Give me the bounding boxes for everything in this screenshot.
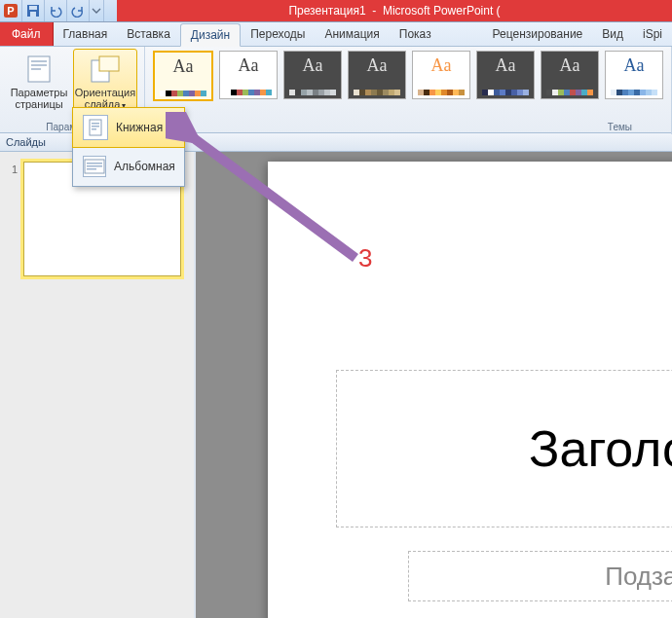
page-setup-icon: [23, 54, 55, 85]
title-placeholder[interactable]: Заголо: [336, 370, 672, 527]
quick-access-toolbar: P Презентация1 - Microsoft PowerPoint (: [0, 0, 672, 22]
tab-вставка[interactable]: Вставка: [117, 23, 180, 45]
svg-text:P: P: [7, 5, 14, 17]
theme-item-6[interactable]: Aa: [541, 51, 599, 99]
svg-rect-3: [29, 6, 37, 10]
theme-swatches: [418, 90, 465, 95]
product-name: Microsoft PowerPoint (: [383, 4, 501, 18]
thumbnail-pane[interactable]: 1: [0, 152, 196, 618]
svg-rect-17: [87, 165, 102, 167]
ribbon-tabs: Файл ГлавнаяВставкаДизайнПереходыАнимаци…: [0, 22, 672, 47]
page-setup-label-2: страницы: [15, 98, 62, 110]
slide-orientation-icon: [90, 54, 121, 85]
svg-rect-7: [31, 64, 47, 66]
theme-glyph: Aa: [239, 55, 259, 76]
titlebar: Презентация1 - Microsoft PowerPoint (: [117, 0, 672, 21]
qat-customize-icon[interactable]: [90, 0, 104, 21]
theme-item-2[interactable]: Aa: [283, 51, 342, 99]
page-setup-label-1: Параметры: [11, 87, 68, 98]
theme-swatches: [354, 90, 400, 95]
portrait-icon: [83, 115, 108, 140]
theme-item-3[interactable]: Aa: [348, 51, 406, 99]
theme-swatches: [611, 90, 657, 95]
theme-glyph: Aa: [431, 55, 452, 76]
theme-item-5[interactable]: Aa: [476, 51, 535, 99]
svg-rect-13: [92, 126, 99, 127]
svg-rect-8: [31, 68, 41, 70]
theme-glyph: Aa: [173, 56, 194, 77]
slide-edit-pane[interactable]: Заголо Подзаг: [196, 152, 672, 618]
orientation-portrait-item[interactable]: Книжная: [72, 107, 185, 148]
tab-анимация[interactable]: Анимация: [315, 23, 389, 45]
theme-swatches: [546, 90, 593, 95]
svg-rect-11: [90, 120, 101, 135]
orientation-label-1: Ориентация: [75, 87, 135, 98]
tab-переходы[interactable]: Переходы: [241, 23, 315, 45]
theme-glyph: Aa: [367, 55, 388, 76]
svg-rect-18: [87, 168, 96, 170]
svg-rect-10: [99, 56, 119, 71]
slide-number: 1: [12, 164, 18, 276]
tab-показ слайдов[interactable]: Показ слайдов: [390, 23, 483, 45]
theme-item-4[interactable]: Aa: [412, 51, 470, 99]
tab-дизайн[interactable]: Дизайн: [180, 23, 241, 47]
page-setup-button[interactable]: Параметры страницы: [7, 49, 71, 121]
tab-вид[interactable]: Вид: [592, 23, 633, 45]
annotation-step-number: 3: [358, 243, 372, 273]
subtitle-placeholder[interactable]: Подзаг: [408, 551, 672, 601]
tab-рецензирование[interactable]: Рецензирование: [483, 23, 593, 45]
svg-rect-4: [30, 12, 36, 17]
landscape-icon: [83, 156, 106, 177]
svg-rect-6: [31, 60, 47, 62]
undo-icon[interactable]: [45, 0, 67, 21]
tab-file[interactable]: Файл: [0, 22, 54, 46]
orientation-landscape-label: Альбомная: [114, 160, 175, 173]
theme-item-1[interactable]: Aa: [219, 51, 278, 99]
save-icon[interactable]: [22, 0, 45, 21]
svg-rect-14: [92, 128, 96, 130]
theme-glyph: Aa: [496, 55, 516, 76]
theme-glyph: Aa: [624, 55, 645, 76]
tab-ispi[interactable]: iSpi: [633, 23, 672, 45]
theme-swatches: [289, 90, 336, 95]
svg-rect-16: [87, 163, 102, 164]
slide-canvas[interactable]: Заголо Подзаг: [268, 162, 672, 618]
orientation-landscape-item[interactable]: Альбомная: [73, 147, 184, 186]
document-name: Презентация1: [288, 4, 365, 18]
theme-swatches: [225, 90, 272, 95]
redo-icon[interactable]: [67, 0, 90, 21]
theme-item-0[interactable]: Aa: [153, 51, 213, 101]
orientation-dropdown: Книжная Альбомная: [72, 107, 185, 187]
theme-swatches: [160, 91, 206, 96]
theme-glyph: Aa: [303, 55, 323, 76]
svg-rect-12: [92, 123, 99, 125]
orientation-portrait-label: Книжная: [116, 121, 163, 134]
app-icon: P: [0, 0, 22, 21]
group-themes: AaAaAaAaAaAaAaAa Темы: [145, 47, 672, 134]
group-label-themes: Темы: [602, 121, 638, 134]
workspace: 1 Заголо Подзаг: [0, 152, 672, 618]
theme-glyph: Aa: [560, 55, 580, 76]
theme-item-7[interactable]: Aa: [605, 51, 663, 99]
theme-swatches: [482, 90, 529, 95]
tab-главная[interactable]: Главная: [54, 23, 118, 45]
